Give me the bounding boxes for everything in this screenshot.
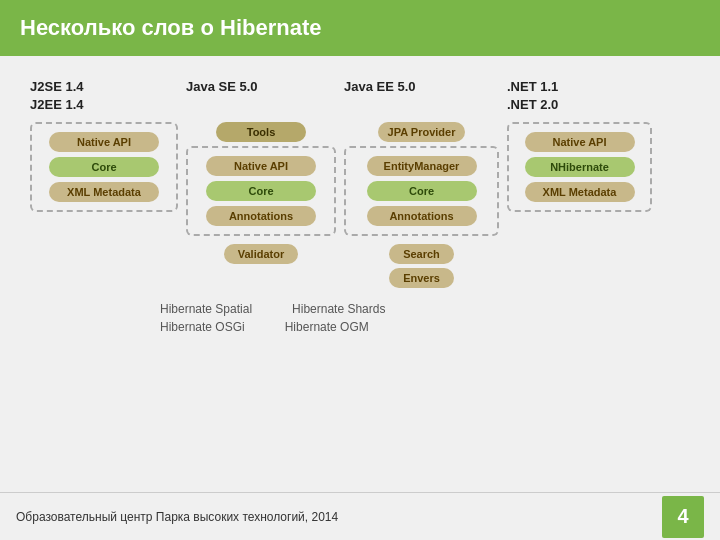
col-net-label: .NET 1.1 .NET 2.0: [507, 78, 558, 114]
bottom-labels-row1: Hibernate Spatial Hibernate Shards Hiber…: [30, 302, 690, 334]
column-javaee: Java EE 5.0 JPA Provider EntityManager C…: [344, 78, 499, 288]
j2se-core: Core: [49, 157, 159, 177]
diagram: J2SE 1.4 J2EE 1.4 Native API Core XML Me…: [30, 78, 690, 288]
net-box: Native API NHibernate XML Metadata: [507, 122, 652, 212]
bottom-labels-row2: Hibernate OSGi Hibernate OGM: [160, 320, 690, 334]
page-title: Несколько слов о Hibernate: [20, 15, 321, 41]
net-xml-metadata: XML Metadata: [525, 182, 635, 202]
j2se-xml-metadata: XML Metadata: [49, 182, 159, 202]
jpa-provider-label: JPA Provider: [378, 122, 466, 142]
search-label: Search: [389, 244, 454, 264]
page-number-badge: 4: [662, 496, 704, 538]
javase-annotations: Annotations: [206, 206, 316, 226]
javaee-box: EntityManager Core Annotations: [344, 146, 499, 236]
col-javase-label: Java SE 5.0: [186, 78, 258, 114]
javaee-jpa-section: JPA Provider EntityManager Core Annotati…: [344, 122, 499, 288]
footer-text: Образовательный центр Парка высоких техн…: [16, 510, 338, 524]
javaee-core: Core: [367, 181, 477, 201]
javase-native-api: Native API: [206, 156, 316, 176]
javaee-entitymanager: EntityManager: [367, 156, 477, 176]
main-content: J2SE 1.4 J2EE 1.4 Native API Core XML Me…: [0, 56, 720, 492]
javase-validator: Validator: [224, 244, 298, 264]
column-javase: Java SE 5.0 Tools Native API Core Annota…: [186, 78, 336, 288]
javase-extras: Validator: [224, 244, 298, 264]
net-nhibernate: NHibernate: [525, 157, 635, 177]
header: Несколько слов о Hibernate: [0, 0, 720, 56]
net-native-api: Native API: [525, 132, 635, 152]
footer: Образовательный центр Парка высоких техн…: [0, 492, 720, 540]
javaee-annotations: Annotations: [367, 206, 477, 226]
javaee-envers: Envers: [389, 268, 454, 288]
j2se-box: Native API Core XML Metadata: [30, 122, 178, 212]
javaee-extras: Search Envers: [389, 244, 454, 288]
column-net: .NET 1.1 .NET 2.0 Native API NHibernate …: [507, 78, 652, 288]
javase-core: Core: [206, 181, 316, 201]
col-javaee-label: Java EE 5.0: [344, 78, 416, 114]
javase-box: Native API Core Annotations: [186, 146, 336, 236]
javase-tools: Tools: [216, 122, 306, 142]
column-j2se: J2SE 1.4 J2EE 1.4 Native API Core XML Me…: [30, 78, 178, 288]
javase-tools-section: Tools Native API Core Annotations Valida…: [186, 122, 336, 264]
j2se-native-api: Native API: [49, 132, 159, 152]
col-j2se-label: J2SE 1.4 J2EE 1.4: [30, 78, 84, 114]
